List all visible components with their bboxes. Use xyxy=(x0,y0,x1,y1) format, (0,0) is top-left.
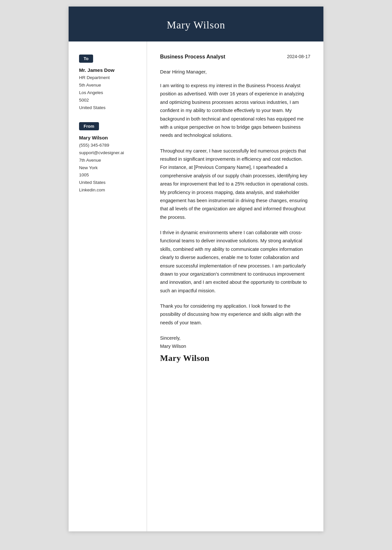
to-section: To Mr. James Dow HR Department 5th Avenu… xyxy=(79,55,139,112)
recipient-line3: Los Angeles xyxy=(79,89,139,97)
paragraph-2: Throughout my career, I have successfull… xyxy=(160,147,310,221)
signature: Mary Wilson xyxy=(160,353,310,363)
paragraph-4: Thank you for considering my application… xyxy=(160,302,310,327)
header-name: Mary Wilson xyxy=(167,19,225,31)
main-content: Business Process Analyst 2024-08-17 Dear… xyxy=(147,41,323,531)
sender-line3: 1005 xyxy=(79,171,139,179)
closing-block: Sincerely, Mary Wilson Mary Wilson xyxy=(160,334,310,363)
sender-line2: New York xyxy=(79,164,139,172)
sender-name: Mary Wilson xyxy=(79,135,139,140)
sender-line1: 7th Avenue xyxy=(79,157,139,164)
recipient-line5: United States xyxy=(79,104,139,112)
paragraph-1: I am writing to express my interest in t… xyxy=(160,82,310,140)
recipient-line4: 5002 xyxy=(79,97,139,104)
to-badge: To xyxy=(79,55,93,63)
sender-email: support@cvdesigner.ai xyxy=(79,149,139,157)
body-area: To Mr. James Dow HR Department 5th Avenu… xyxy=(69,41,323,531)
job-header-row: Business Process Analyst 2024-08-17 xyxy=(160,54,310,60)
job-date: 2024-08-17 xyxy=(287,54,310,59)
sender-line5: Linkedin.com xyxy=(79,186,139,194)
recipient-name: Mr. James Dow xyxy=(79,67,139,73)
from-badge: From xyxy=(79,122,99,130)
from-section: From Mary Wilson (555) 345-6789 support@… xyxy=(79,122,139,194)
cover-letter-page: Mary Wilson To Mr. James Dow HR Departme… xyxy=(69,7,323,531)
closing-line-1: Sincerely, xyxy=(160,334,310,342)
recipient-line2: 5th Avenue xyxy=(79,82,139,89)
sender-line4: United States xyxy=(79,179,139,186)
paragraph-3: I thrive in dynamic environments where I… xyxy=(160,229,310,295)
header: Mary Wilson xyxy=(69,7,323,41)
closing-line-2: Mary Wilson xyxy=(160,342,310,350)
sidebar: To Mr. James Dow HR Department 5th Avenu… xyxy=(69,41,147,531)
job-title: Business Process Analyst xyxy=(160,54,225,60)
recipient-line1: HR Department xyxy=(79,74,139,82)
salutation: Dear Hiring Manager, xyxy=(160,69,310,74)
sender-phone: (555) 345-6789 xyxy=(79,142,139,149)
